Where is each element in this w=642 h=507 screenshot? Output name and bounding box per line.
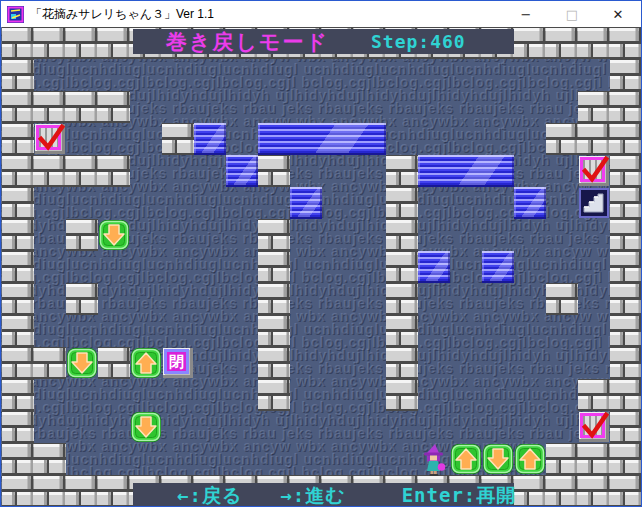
mode-status-bar: 巻き戻しモード Step: 460 [133,29,514,54]
controls-hint-bar: ←:戻る →:進む Enter:再開 [133,483,514,507]
up-arrow-icon [450,443,482,475]
blue-block [482,251,514,283]
down-arrow-icon [130,411,162,443]
step-label: Step: [371,31,430,52]
closed-sign-block: 閉 [163,348,193,378]
red-checkmark-icon [578,410,610,442]
pieces-layer: 閉 [1,27,642,507]
arrow-button-down [130,411,162,443]
close-button[interactable]: ✕ [595,1,641,27]
blue-block [514,187,546,219]
arrow-button-up [514,443,546,475]
game-window: 「花摘みサレリちゃん３」Ver 1.1 − □ ✕ ujlhidyhdujlhi… [0,0,642,507]
stairs-icon [582,191,606,215]
mode-label: 巻き戻しモード [166,28,329,56]
blue-block [194,123,226,155]
down-arrow-icon [482,443,514,475]
arrow-button-up [130,347,162,379]
caption-buttons: − □ ✕ [503,1,641,27]
blue-block [290,187,322,219]
hint-resume: Enter:再開 [402,483,517,507]
app-icon [7,6,24,23]
arrow-button-down [98,219,130,251]
witch-player [420,444,448,476]
goal-check-block [35,124,65,154]
hint-back: ←:戻る [177,483,242,507]
game-playfield[interactable]: ujlhidyhdujlhidyhdujlhidyhdujlhidyh ujlh… [1,27,642,507]
blue-block [226,155,258,187]
goal-check-block [579,156,609,186]
blue-block [258,123,386,155]
window-title: 「花摘みサレリちゃん３」Ver 1.1 [30,6,214,23]
up-arrow-icon [514,443,546,475]
step-counter: 460 [430,31,466,52]
witch-sprite [420,444,448,476]
red-checkmark-icon [34,122,66,154]
minimize-button[interactable]: − [503,1,549,27]
stairs-block [579,188,609,218]
arrow-button-up [450,443,482,475]
titlebar: 「花摘みサレリちゃん３」Ver 1.1 − □ ✕ [1,1,641,27]
arrow-button-down [482,443,514,475]
red-checkmark-icon [578,154,610,186]
arrow-button-down [66,347,98,379]
up-arrow-icon [130,347,162,379]
closed-sign-text: 閉 [164,349,189,374]
blue-block [418,251,450,283]
down-arrow-icon [98,219,130,251]
hint-forward: →:進む [280,483,345,507]
goal-check-block [579,412,609,442]
down-arrow-icon [66,347,98,379]
maximize-button: □ [549,1,595,27]
blue-block [418,155,514,187]
